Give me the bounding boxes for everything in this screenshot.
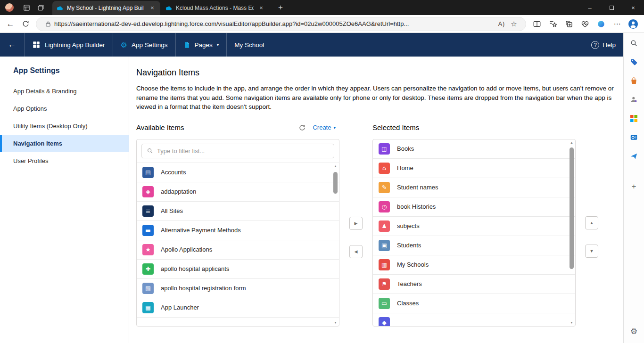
list-item[interactable]: ⚑Teachers <box>373 275 575 294</box>
read-aloud-icon[interactable]: A) <box>495 18 508 30</box>
move-right-button[interactable]: ▶ <box>349 217 363 230</box>
app-builder-home[interactable]: Lightning App Builder <box>25 33 113 57</box>
create-button[interactable]: Create ▾ <box>313 124 336 131</box>
reorder-controls: ▲ ▼ <box>576 139 616 327</box>
list-item[interactable]: ✚apollo hospital applicants <box>137 260 339 279</box>
app-builder-label: Lightning App Builder <box>45 41 105 49</box>
window-close-button[interactable]: × <box>622 0 644 15</box>
scroll-up-icon[interactable]: ▲ <box>332 163 339 169</box>
toolbar-tab-app-settings[interactable]: ⚙ App Settings <box>113 33 176 57</box>
pages-icon <box>183 41 190 49</box>
list-item[interactable]: ▣Students <box>373 236 575 255</box>
shopping-tag-icon[interactable] <box>628 56 640 68</box>
book-histories-icon: ◷ <box>379 201 390 212</box>
tab-close-icon[interactable]: × <box>257 4 265 12</box>
create-label: Create <box>313 124 331 131</box>
site-info-lock-icon[interactable] <box>42 18 54 30</box>
new-tab-button[interactable]: + <box>274 1 287 14</box>
profile-avatar-icon[interactable] <box>625 17 641 31</box>
app-launcher-icon: ▦ <box>142 302 154 313</box>
help-button[interactable]: ? Help <box>584 33 623 57</box>
sidebar-item-utility-items-desktop-only[interactable]: Utility Items (Desktop Only) <box>0 117 129 135</box>
list-item[interactable]: ◷book Histories <box>373 197 575 217</box>
scroll-down-icon[interactable]: ▼ <box>569 320 575 326</box>
refresh-list-icon[interactable] <box>298 124 306 131</box>
settings-gear-icon[interactable]: ⚙ <box>628 325 640 337</box>
item-label: Books <box>397 145 414 152</box>
minimize-button[interactable]: – <box>579 0 601 15</box>
list-item[interactable]: ★Apollo Applications <box>137 240 339 260</box>
url-text[interactable]: https://saeinternational2-dev-ed.develop… <box>54 20 495 27</box>
more-menu-icon[interactable]: ⋯ <box>609 17 625 31</box>
split-screen-icon[interactable] <box>529 17 545 31</box>
filter-input[interactable] <box>157 147 329 155</box>
salesforce-toolbar: ← Lightning App Builder ⚙ App Settings P… <box>0 33 623 57</box>
browser-navbar: ← https://saeinternational2-dev-ed.devel… <box>0 15 644 33</box>
browser-back-button[interactable]: ← <box>3 17 18 31</box>
filter-search-box[interactable] <box>141 144 334 158</box>
item-label: addapptation <box>161 188 196 195</box>
builder-back-button[interactable]: ← <box>0 33 25 57</box>
people-icon[interactable] <box>628 93 640 106</box>
available-items-list: ▤Accounts◈addapptation≡All Sites▬Alterna… <box>137 163 339 318</box>
list-item[interactable]: ◈addapptation <box>137 182 339 202</box>
shopping-basket-icon[interactable] <box>628 74 640 87</box>
copilot-icon[interactable] <box>593 17 609 31</box>
maximize-button[interactable] <box>601 0 622 15</box>
my-schools-icon: ▥ <box>379 259 390 270</box>
list-item[interactable]: ▬Alternative Payment Methods <box>137 221 339 240</box>
sidebar-item-app-options[interactable]: App Options <box>0 100 129 117</box>
accounts-icon: ▤ <box>142 167 154 178</box>
item-label: All Sites <box>161 207 183 214</box>
drop-paper-plane-icon[interactable] <box>628 150 640 162</box>
workspaces-icon[interactable] <box>19 1 33 14</box>
tab-actions-icon[interactable] <box>33 1 48 14</box>
item-label: App Launcher <box>161 304 199 311</box>
list-item[interactable]: ◆ <box>373 313 575 327</box>
m365-icon[interactable] <box>628 112 640 124</box>
list-item[interactable]: ▭Classes <box>373 294 575 313</box>
toolbar-tab-pages[interactable]: Pages ▾ <box>176 33 227 57</box>
scroll-up-icon[interactable]: ▲ <box>569 140 575 146</box>
scrollbar-thumb[interactable] <box>570 147 574 269</box>
list-item[interactable]: ▦App Launcher <box>137 298 339 318</box>
list-item[interactable]: ◫Books <box>373 139 575 159</box>
main-content: Navigation Items Choose the items to inc… <box>129 57 623 343</box>
tab-title: Kcloud Mass Actions - Mass Edit <box>176 5 254 11</box>
collections-icon[interactable] <box>561 17 577 31</box>
address-bar[interactable]: https://saeinternational2-dev-ed.develop… <box>36 17 526 31</box>
browser-tab[interactable]: My School - Lightning App Buil× <box>52 1 160 15</box>
tab-close-icon[interactable]: × <box>148 4 157 12</box>
sidebar-search-icon[interactable] <box>628 37 640 49</box>
list-item[interactable]: ✎Student names <box>373 178 575 197</box>
move-up-button[interactable]: ▲ <box>585 216 598 229</box>
scroll-down-icon[interactable]: ▼ <box>332 320 339 326</box>
browser-essentials-icon[interactable] <box>577 17 593 31</box>
outlook-icon[interactable] <box>628 131 640 143</box>
scrollbar-thumb[interactable] <box>333 172 338 194</box>
list-item[interactable]: ▥My Schools <box>373 255 575 275</box>
move-left-button[interactable]: ◀ <box>349 245 363 258</box>
browser-refresh-button[interactable] <box>18 17 33 31</box>
browser-tab[interactable]: Kcloud Mass Actions - Mass Edit× <box>161 1 269 15</box>
teachers-icon: ⚑ <box>379 278 390 290</box>
titlebar-profile-avatar[interactable] <box>5 3 14 12</box>
selected-scrollbar[interactable]: ▲ ▼ <box>569 140 575 326</box>
list-item[interactable]: ⌂Home <box>373 159 575 178</box>
app-settings-label: App Settings <box>132 41 168 49</box>
list-item[interactable]: ▤Accounts <box>137 163 339 182</box>
sidebar-item-app-details-branding[interactable]: App Details & Branding <box>0 82 129 100</box>
list-item[interactable]: ▧apollo hospital registration form <box>137 279 339 298</box>
list-item[interactable]: ♟subjects <box>373 217 575 236</box>
sidebar-item-user-profiles[interactable]: User Profiles <box>0 152 129 170</box>
favorites-icon[interactable] <box>545 17 561 31</box>
move-down-button[interactable]: ▼ <box>585 245 598 258</box>
add-to-sidebar-icon[interactable]: + <box>628 180 640 193</box>
favorite-star-icon[interactable]: ☆ <box>508 18 520 30</box>
available-scrollbar[interactable]: ▲ ▼ <box>332 163 339 326</box>
students-icon: ▣ <box>379 240 390 251</box>
sidebar-item-navigation-items[interactable]: Navigation Items <box>0 135 129 152</box>
item-label: Students <box>397 242 421 249</box>
student-names-icon: ✎ <box>379 182 390 193</box>
list-item[interactable]: ≡All Sites <box>137 202 339 221</box>
